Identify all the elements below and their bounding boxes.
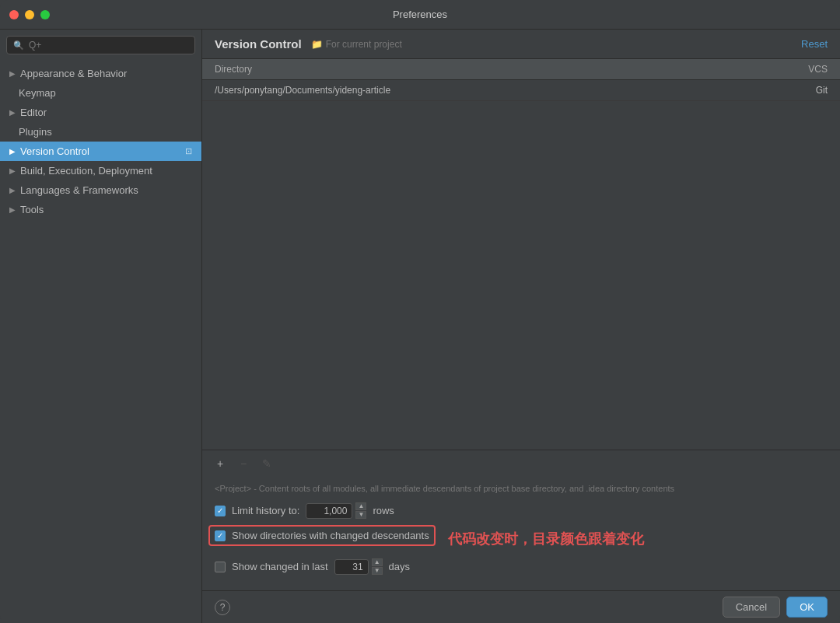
- edit-button[interactable]: ✎: [258, 455, 275, 472]
- sidebar-item-label: Editor: [20, 107, 47, 118]
- sidebar-item-version-control[interactable]: ▶ Version Control ⊡: [0, 142, 201, 161]
- maximize-button[interactable]: [40, 10, 50, 19]
- chevron-right-icon: ▶: [9, 147, 16, 156]
- chevron-right-icon: ▶: [9, 166, 16, 175]
- panel-header-left: Version Control 📁 For current project: [215, 37, 402, 51]
- close-button[interactable]: [9, 10, 19, 19]
- show-changed-last-label-after: days: [389, 561, 410, 572]
- sidebar-item-build[interactable]: ▶ Build, Execution, Deployment: [0, 161, 201, 180]
- cell-vcs: Git: [765, 85, 828, 96]
- panel-footer: <Project> - Content roots of all modules…: [202, 477, 840, 590]
- remove-button[interactable]: −: [235, 455, 252, 472]
- sidebar-item-label: Build, Execution, Deployment: [20, 165, 152, 177]
- search-input[interactable]: [29, 40, 188, 51]
- limit-history-label-after: rows: [373, 505, 394, 516]
- limit-history-spinner: ▲ ▼: [355, 502, 366, 519]
- sidebar-item-label: Plugins: [19, 126, 52, 138]
- limit-history-label-before: Limit history to:: [232, 505, 299, 516]
- table-row[interactable]: /Users/ponytang/Documents/yideng-article…: [202, 80, 840, 101]
- sidebar-item-label: Version Control: [20, 145, 89, 157]
- sidebar-item-keymap[interactable]: Keymap: [0, 83, 201, 103]
- spinner-up[interactable]: ▲: [372, 558, 383, 566]
- minimize-button[interactable]: [25, 10, 34, 19]
- help-button[interactable]: ?: [215, 600, 230, 615]
- main-content: 🔍 ▶ Appearance & Behavior Keymap ▶ Edito…: [0, 30, 840, 623]
- sidebar-item-label: Appearance & Behavior: [20, 68, 127, 79]
- panel-title: Version Control: [215, 37, 302, 51]
- limit-history-input-wrap: ▲ ▼: [306, 502, 366, 519]
- vcs-table: Directory VCS /Users/ponytang/Documents/…: [202, 59, 840, 450]
- show-changed-last-checkbox[interactable]: [215, 562, 226, 572]
- panel-header: Version Control 📁 For current project Re…: [202, 30, 840, 59]
- current-project-icon: 📁: [311, 39, 323, 50]
- cancel-button[interactable]: Cancel: [723, 597, 780, 618]
- window-controls: [9, 10, 50, 19]
- chevron-right-icon: ▶: [9, 69, 16, 78]
- ok-button[interactable]: OK: [786, 597, 828, 618]
- preferences-window: Preferences 🔍 ▶ Appearance & Behavior Ke…: [0, 0, 840, 623]
- right-panel: Version Control 📁 For current project Re…: [202, 30, 840, 590]
- show-directories-label: Show directories with changed descendant…: [232, 530, 429, 541]
- bottom-actions: Cancel OK: [723, 597, 828, 618]
- search-icon: 🔍: [13, 40, 24, 51]
- annotation-text: 代码改变时，目录颜色跟着变化: [448, 530, 644, 548]
- table-toolbar: + − ✎: [202, 450, 840, 477]
- spinner-up[interactable]: ▲: [355, 502, 366, 510]
- option-show-changed-last: Show changed in last ▲ ▼ days: [215, 558, 828, 575]
- bottom-bar: ? Cancel OK: [202, 590, 840, 623]
- right-panel-wrap: Version Control 📁 For current project Re…: [202, 30, 840, 623]
- show-changed-last-input-wrap: ▲ ▼: [334, 558, 383, 575]
- panel-subtitle: 📁 For current project: [311, 39, 402, 50]
- sidebar-item-tools[interactable]: ▶ Tools: [0, 200, 201, 219]
- limit-history-checkbox[interactable]: [215, 506, 226, 516]
- sidebar-nav: ▶ Appearance & Behavior Keymap ▶ Editor …: [0, 61, 201, 623]
- window-title: Preferences: [393, 9, 447, 20]
- panel-body: Directory VCS /Users/ponytang/Documents/…: [202, 59, 840, 590]
- column-header-vcs: VCS: [765, 64, 828, 75]
- show-changed-last-label-before: Show changed in last: [232, 561, 328, 572]
- footer-note: <Project> - Content roots of all modules…: [215, 483, 828, 495]
- version-control-icon: ⊡: [185, 146, 192, 156]
- table-body: /Users/ponytang/Documents/yideng-article…: [202, 80, 840, 450]
- chevron-right-icon: ▶: [9, 205, 16, 214]
- spinner-down[interactable]: ▼: [372, 567, 383, 575]
- sidebar-item-editor[interactable]: ▶ Editor: [0, 103, 201, 122]
- limit-history-input[interactable]: [306, 503, 352, 519]
- sidebar-item-languages[interactable]: ▶ Languages & Frameworks: [0, 180, 201, 200]
- option-show-directories: Show directories with changed descendant…: [208, 525, 436, 546]
- column-header-directory: Directory: [215, 64, 765, 75]
- chevron-right-icon: ▶: [9, 108, 16, 117]
- titlebar: Preferences: [0, 0, 840, 30]
- panel-subtitle-text: For current project: [326, 39, 402, 50]
- show-directories-checkbox[interactable]: [215, 530, 226, 541]
- sidebar-item-label: Keymap: [19, 87, 56, 99]
- sidebar: 🔍 ▶ Appearance & Behavior Keymap ▶ Edito…: [0, 30, 202, 623]
- reset-button[interactable]: Reset: [801, 38, 828, 50]
- table-header: Directory VCS: [202, 59, 840, 80]
- sidebar-item-appearance[interactable]: ▶ Appearance & Behavior: [0, 64, 201, 83]
- show-changed-last-spinner: ▲ ▼: [372, 558, 383, 575]
- option-show-directories-wrap: Show directories with changed descendant…: [215, 525, 828, 552]
- add-button[interactable]: +: [212, 455, 229, 472]
- cell-directory: /Users/ponytang/Documents/yideng-article: [215, 85, 765, 96]
- chevron-right-icon: ▶: [9, 186, 16, 194]
- sidebar-item-label: Languages & Frameworks: [20, 184, 138, 196]
- sidebar-item-plugins[interactable]: Plugins: [0, 122, 201, 142]
- spinner-down[interactable]: ▼: [355, 511, 366, 519]
- search-box[interactable]: 🔍: [6, 36, 195, 54]
- show-changed-last-input[interactable]: [334, 559, 369, 575]
- option-limit-history: Limit history to: ▲ ▼ rows: [215, 502, 828, 519]
- sidebar-item-label: Tools: [20, 204, 44, 215]
